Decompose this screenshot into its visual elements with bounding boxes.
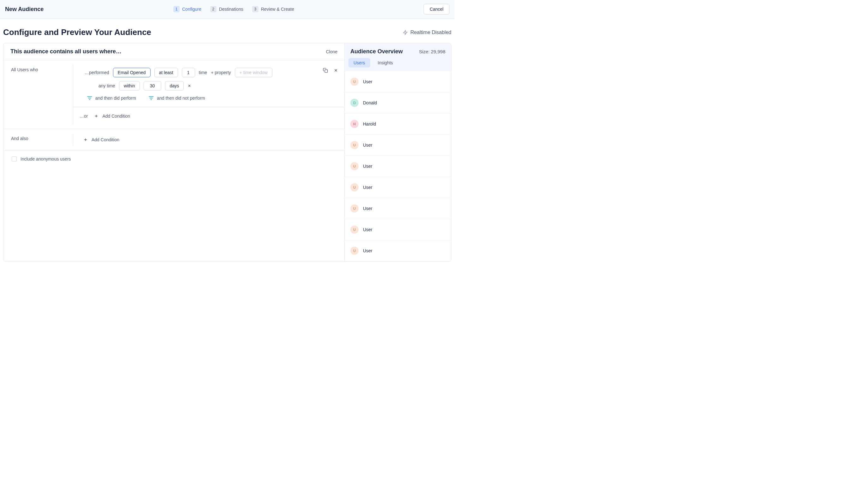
step-label: Configure	[182, 7, 202, 12]
user-row[interactable]: UUser	[345, 219, 451, 240]
user-name: User	[363, 206, 372, 211]
realtime-label: Realtime Disabled	[410, 30, 451, 35]
builder-header: This audience contains all users where… …	[3, 43, 344, 60]
step-number: 3	[252, 6, 259, 12]
lightning-icon	[403, 29, 408, 36]
svg-marker-0	[403, 30, 407, 34]
step-review-create[interactable]: 3 Review & Create	[252, 6, 294, 12]
overview-title: Audience Overview	[350, 48, 403, 55]
step-label: Review & Create	[261, 7, 294, 12]
stepper: 1 Configure 2 Destinations 3 Review & Cr…	[173, 6, 294, 12]
event-selector[interactable]: Email Opened	[113, 68, 151, 77]
page-breadcrumb-title: New Audience	[5, 6, 43, 13]
step-number: 1	[173, 6, 179, 12]
user-list: UUserDDonaldHHaroldUUserUUserUUserUUserU…	[345, 71, 451, 261]
overview-size-value: 29,998	[431, 49, 445, 54]
add-condition-and[interactable]: Add Condition	[83, 137, 344, 142]
rule-body: …performed Email Opened at least 1 time …	[73, 64, 344, 125]
rule-row-time-window: any time within 30 days	[73, 79, 344, 92]
avatar: H	[350, 120, 359, 128]
overview-pane: Audience Overview Size: 29,998 Users Ins…	[344, 43, 451, 261]
avatar: U	[350, 183, 359, 191]
funnel-row: and then did perform and then did not pe…	[73, 92, 344, 105]
and-also-label: And also	[3, 129, 73, 150]
user-name: Donald	[363, 100, 377, 105]
user-name: User	[363, 164, 372, 169]
user-row[interactable]: UUser	[345, 156, 451, 177]
avatar: U	[350, 246, 359, 255]
within-selector[interactable]: within	[119, 81, 140, 91]
plus-icon	[83, 137, 88, 142]
count-input[interactable]: 1	[182, 68, 195, 77]
realtime-status[interactable]: Realtime Disabled	[403, 29, 451, 36]
time-window-prefix: any time	[99, 83, 115, 88]
user-row[interactable]: UUser	[345, 198, 451, 219]
rule-section-label: All Users who	[3, 60, 73, 129]
performed-prefix: …performed	[85, 70, 109, 75]
time-window-placeholder[interactable]: + time window	[235, 68, 272, 77]
remove-time-window-button[interactable]	[187, 84, 191, 88]
include-anonymous-row: Include anonymous users	[3, 151, 344, 167]
svg-rect-1	[325, 70, 328, 73]
add-property-link[interactable]: + property	[211, 70, 231, 75]
rule-section: All Users who …performed Email Opened at…	[3, 60, 344, 129]
copy-icon	[323, 68, 328, 73]
include-anonymous-checkbox[interactable]	[12, 156, 17, 161]
funnel-did-not-label: and then did not perform	[157, 96, 205, 101]
overview-tabs: Users Insights	[345, 58, 451, 71]
and-also-section: And also Add Condition	[3, 129, 344, 151]
step-number: 2	[210, 6, 217, 12]
avatar: D	[350, 99, 359, 107]
step-configure[interactable]: 1 Configure	[173, 6, 202, 12]
funnel-did-perform[interactable]: and then did perform	[87, 96, 136, 101]
close-icon	[334, 68, 338, 73]
user-name: User	[363, 79, 372, 84]
and-also-body: Add Condition	[73, 134, 344, 146]
funnel-did-not-perform[interactable]: and then did not perform	[149, 96, 205, 101]
close-icon	[187, 84, 191, 88]
add-condition-or[interactable]: Add Condition	[94, 114, 130, 118]
user-row[interactable]: HHarold	[345, 114, 451, 135]
user-row[interactable]: UUser	[345, 240, 451, 261]
avatar: U	[350, 141, 359, 149]
within-unit-selector[interactable]: days	[165, 81, 184, 91]
tab-users[interactable]: Users	[349, 58, 370, 67]
user-row[interactable]: UUser	[345, 177, 451, 198]
user-row[interactable]: UUser	[345, 135, 451, 156]
user-name: User	[363, 185, 372, 190]
funnel-icon	[87, 96, 92, 100]
funnel-icon	[149, 96, 154, 100]
builder-pane: This audience contains all users where… …	[3, 43, 344, 261]
overview-header: Audience Overview Size: 29,998	[345, 43, 451, 58]
user-name: User	[363, 143, 372, 148]
user-name: User	[363, 227, 372, 232]
add-condition-label: Add Condition	[102, 114, 130, 118]
user-name: Harold	[363, 122, 376, 126]
rule-row-performed: …performed Email Opened at least 1 time …	[73, 64, 344, 79]
include-anonymous-label: Include anonymous users	[21, 156, 71, 161]
content: This audience contains all users where… …	[3, 43, 451, 262]
overview-size: Size: 29,998	[419, 49, 445, 54]
avatar: U	[350, 162, 359, 170]
add-condition-label: Add Condition	[92, 137, 119, 142]
builder-title: This audience contains all users where…	[10, 48, 122, 55]
overview-size-label: Size:	[419, 49, 431, 54]
step-destinations[interactable]: 2 Destinations	[210, 6, 244, 12]
or-row: …or Add Condition	[73, 107, 344, 125]
avatar: U	[350, 204, 359, 212]
avatar: U	[350, 77, 359, 86]
tab-insights[interactable]: Insights	[373, 58, 398, 67]
page-header: Configure and Preview Your Audience Real…	[0, 19, 455, 43]
clone-button[interactable]: Clone	[326, 49, 338, 54]
within-count-input[interactable]: 30	[144, 81, 161, 91]
user-row[interactable]: UUser	[345, 71, 451, 92]
user-row[interactable]: DDonald	[345, 92, 451, 114]
funnel-did-label: and then did perform	[95, 96, 136, 101]
time-label: time	[199, 70, 207, 75]
rule-actions	[323, 68, 338, 73]
operator-selector[interactable]: at least	[154, 68, 178, 77]
step-label: Destinations	[219, 7, 244, 12]
duplicate-rule-button[interactable]	[323, 68, 328, 73]
cancel-button[interactable]: Cancel	[424, 4, 450, 14]
remove-rule-button[interactable]	[334, 68, 338, 73]
